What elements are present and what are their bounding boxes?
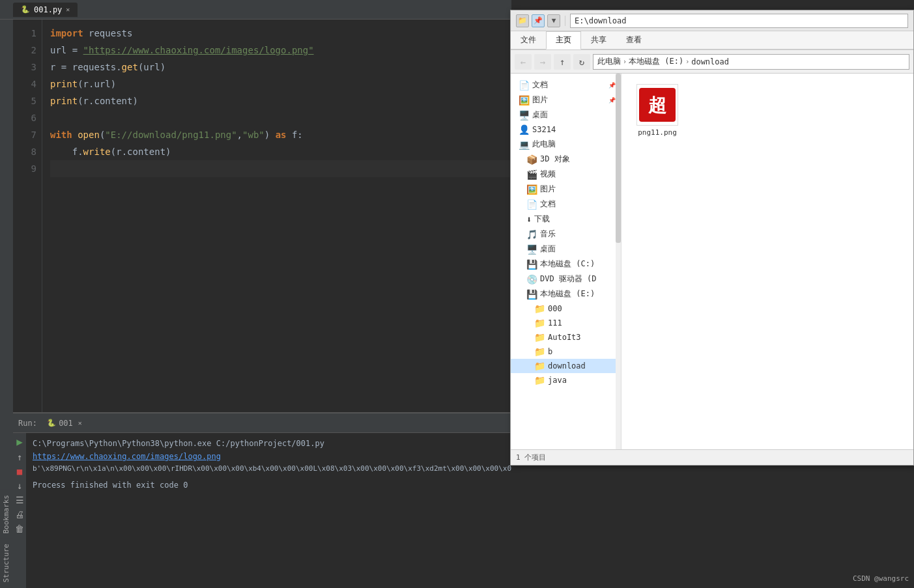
sidebar-scrollbar[interactable] bbox=[616, 74, 621, 449]
path-text: E:\download bbox=[575, 16, 626, 25]
images-icon: 🖼️ bbox=[519, 95, 530, 105]
nav-refresh-button[interactable]: ↻ bbox=[573, 54, 590, 70]
sidebar-item-3dobjects[interactable]: 📦 3D 对象 bbox=[511, 152, 621, 167]
breadcrumb-drive[interactable]: 本地磁盘 (E:) bbox=[629, 56, 683, 67]
code-line-1: import requests bbox=[50, 25, 511, 42]
structure-tab[interactable]: Structure bbox=[0, 539, 13, 588]
explorer-sidebar: 📄 文档 📌 🖼️ 图片 📌 🖥️ 桌面 👤 S3214 💻 此电脑 bbox=[511, 74, 621, 449]
run-panel: Run: 🐍 001 ✕ ▶ ↑ ■ ↓ ☰ 🖨 🗑 bbox=[13, 412, 511, 588]
sidebar-item-desktop2[interactable]: 🖥️ 桌面 bbox=[511, 242, 621, 257]
run-list-button[interactable]: ☰ bbox=[16, 495, 24, 505]
sidebar-item-pictures[interactable]: 🖼️ 图片 bbox=[511, 182, 621, 197]
ribbon-tab-view[interactable]: 查看 bbox=[616, 31, 651, 49]
sidebar-label-b: b bbox=[548, 347, 552, 356]
sidebar-label-video: 视频 bbox=[540, 169, 556, 180]
titlebar-path: E:\download bbox=[570, 14, 908, 28]
folder-java-icon: 📁 bbox=[534, 375, 545, 385]
png-preview: 超 bbox=[636, 84, 678, 126]
docs-icon: 📄 bbox=[519, 80, 530, 91]
code-content[interactable]: import requests url = "https://www.chaox… bbox=[42, 20, 511, 412]
sidebar-label-s3214: S3214 bbox=[532, 125, 556, 134]
sidebar-item-docs[interactable]: 📄 文档 📌 bbox=[511, 77, 621, 92]
kw-import: import bbox=[50, 28, 83, 38]
titlebar-dropdown-icon[interactable]: ▼ bbox=[547, 14, 560, 27]
sidebar-label-downloads: 下载 bbox=[534, 214, 550, 225]
sidebar-label-desktop: 桌面 bbox=[532, 109, 548, 120]
python-file-icon: 🐍 bbox=[21, 5, 30, 14]
run-up-button[interactable]: ↑ bbox=[17, 452, 22, 462]
ide-tab-bar: 🐍 001.py ✕ bbox=[0, 0, 511, 20]
code-line-7: with open("E://download/png11.png","wb")… bbox=[50, 126, 511, 143]
folder-download-icon: 📁 bbox=[534, 361, 545, 371]
3dobjects-icon: 📦 bbox=[526, 154, 537, 165]
sidebar-item-s3214[interactable]: 👤 S3214 bbox=[511, 122, 621, 137]
sidebar-item-thispc[interactable]: 💻 此电脑 bbox=[511, 137, 621, 152]
breadcrumb-computer[interactable]: 此电脑 bbox=[597, 56, 621, 67]
drivc-icon: 💾 bbox=[526, 259, 537, 270]
nav-up-button[interactable]: ↑ bbox=[554, 54, 571, 70]
file-explorer: 📁 📌 ▼ E:\download 文件 主页 共享 查看 ← → ↑ ↻ 此电… bbox=[510, 10, 914, 466]
run-play-button[interactable]: ▶ bbox=[16, 436, 23, 448]
breadcrumb-arrow-2: › bbox=[685, 58, 689, 65]
run-tab-close[interactable]: ✕ bbox=[78, 419, 82, 427]
run-stop-button[interactable]: ■ bbox=[17, 466, 22, 477]
dvd-icon: 💿 bbox=[526, 274, 537, 285]
file-tab-001py[interactable]: 🐍 001.py ✕ bbox=[13, 3, 78, 17]
pin-icon2: 📌 bbox=[608, 97, 616, 104]
sidebar-item-autoit3[interactable]: 📁 AutoIt3 bbox=[511, 330, 621, 344]
side-tabs: Bookmarks Structure bbox=[0, 20, 13, 588]
sidebar-item-111[interactable]: 📁 111 bbox=[511, 316, 621, 330]
titlebar-pin-icon[interactable]: 📌 bbox=[532, 14, 545, 27]
sidebar-label-dvd: DVD 驱动器 (D bbox=[540, 273, 597, 285]
sidebar-item-download[interactable]: 📁 download bbox=[511, 359, 621, 373]
run-print-button[interactable]: 🖨 bbox=[15, 509, 24, 520]
explorer-main: 超 png11.png bbox=[621, 74, 913, 449]
tab-close-button[interactable]: ✕ bbox=[66, 6, 70, 13]
pictures-icon: 🖼️ bbox=[526, 184, 537, 195]
run-down-button[interactable]: ↓ bbox=[17, 481, 22, 491]
explorer-navbar: ← → ↑ ↻ 此电脑 › 本地磁盘 (E:) › download bbox=[511, 50, 913, 74]
code-editor[interactable]: 12345 6789 import requests url = "https:… bbox=[13, 20, 511, 412]
titlebar-separator bbox=[565, 16, 565, 26]
ribbon-tab-file[interactable]: 文件 bbox=[511, 31, 546, 49]
sidebar-label-pictures: 图片 bbox=[540, 184, 556, 195]
ribbon-tab-home[interactable]: 主页 bbox=[546, 31, 581, 49]
ribbon-tab-share[interactable]: 共享 bbox=[581, 31, 616, 49]
titlebar-icons: 📁 📌 ▼ bbox=[516, 14, 560, 27]
file-item-png11[interactable]: 超 png11.png bbox=[628, 80, 687, 141]
sidebar-item-b[interactable]: 📁 b bbox=[511, 344, 621, 359]
ide-container: 🐍 001.py ✕ Bookmarks Structure 12345 678… bbox=[0, 0, 511, 588]
nav-forward-button[interactable]: → bbox=[534, 54, 551, 70]
address-bar[interactable]: 此电脑 › 本地磁盘 (E:) › download bbox=[593, 54, 909, 70]
run-output: C:\Programs\Python\Python38\python.exe C… bbox=[26, 433, 511, 588]
sidebar-item-drivc[interactable]: 💾 本地磁盘 (C:) bbox=[511, 257, 621, 272]
tab-filename: 001.py bbox=[34, 5, 62, 14]
sidebar-item-drive-e[interactable]: 💾 本地磁盘 (E:) bbox=[511, 287, 621, 301]
sidebar-item-music[interactable]: 🎵 音乐 bbox=[511, 227, 621, 242]
sidebar-item-dvd[interactable]: 💿 DVD 驱动器 (D bbox=[511, 272, 621, 287]
sidebar-item-downloads[interactable]: ⬇️ 下载 bbox=[511, 212, 621, 227]
explorer-statusbar: 1 个项目 bbox=[511, 449, 913, 465]
documents-icon: 📄 bbox=[526, 199, 537, 210]
code-line-9 bbox=[50, 160, 511, 177]
sidebar-label-111: 111 bbox=[548, 318, 562, 328]
explorer-titlebar: 📁 📌 ▼ E:\download bbox=[511, 10, 913, 31]
titlebar-folder-icon[interactable]: 📁 bbox=[516, 14, 529, 27]
sidebar-item-documents[interactable]: 📄 文档 bbox=[511, 197, 621, 212]
sidebar-item-video[interactable]: 🎬 视频 bbox=[511, 167, 621, 182]
sidebar-item-images[interactable]: 🖼️ 图片 📌 bbox=[511, 92, 621, 107]
sidebar-item-java[interactable]: 📁 java bbox=[511, 373, 621, 387]
sidebar-label-docs: 文档 bbox=[532, 79, 548, 91]
sidebar-scrollbar-thumb[interactable] bbox=[616, 74, 621, 243]
run-tab-label: Run: 🐍 001 ✕ bbox=[18, 419, 82, 428]
nav-back-button[interactable]: ← bbox=[515, 54, 532, 70]
breadcrumb-folder[interactable]: download bbox=[691, 57, 729, 66]
bookmarks-tab[interactable]: Bookmarks bbox=[0, 490, 13, 539]
run-delete-button[interactable]: 🗑 bbox=[15, 524, 24, 534]
sidebar-item-000[interactable]: 📁 000 bbox=[511, 301, 621, 316]
sidebar-item-desktop[interactable]: 🖥️ 桌面 bbox=[511, 107, 621, 122]
code-line-4: print(r.url) bbox=[50, 76, 511, 92]
run-link[interactable]: https://www.chaoxing.com/images/logo.png bbox=[33, 450, 511, 463]
sidebar-label-java: java bbox=[548, 376, 567, 385]
file-thumbnail-png11: 超 bbox=[636, 84, 678, 126]
